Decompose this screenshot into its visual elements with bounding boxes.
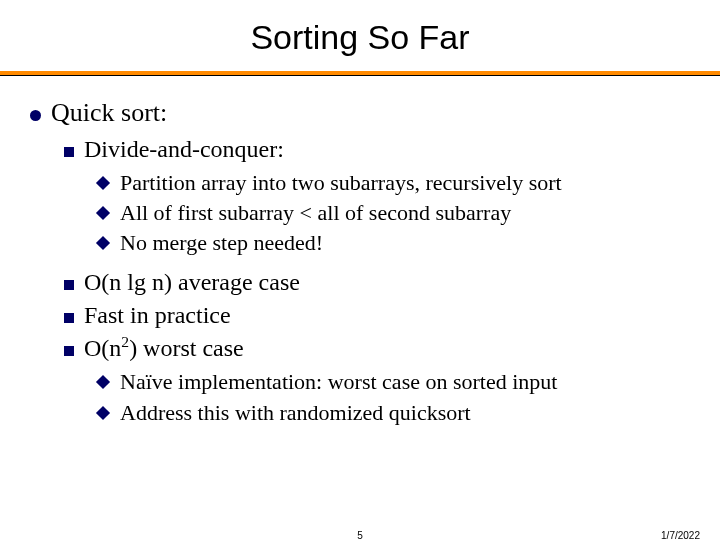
diamond-bullet-icon xyxy=(96,176,110,190)
text-part: ) worst case xyxy=(129,335,244,361)
superscript: 2 xyxy=(121,333,129,350)
text-part: O(n xyxy=(84,335,121,361)
square-bullet-icon xyxy=(64,313,74,323)
bullet-level1: Quick sort: xyxy=(30,98,690,128)
bullet-level3: Address this with randomized quicksort xyxy=(98,399,690,427)
bullet-text: O(n lg n) average case xyxy=(84,269,690,296)
bullet-level2: O(n2) worst case xyxy=(64,335,690,362)
square-bullet-icon xyxy=(64,280,74,290)
bullet-text: O(n2) worst case xyxy=(84,335,690,362)
bullet-text: Partition array into two subarrays, recu… xyxy=(120,169,690,197)
square-bullet-icon xyxy=(64,346,74,356)
bullet-level2: Divide-and-conquer: xyxy=(64,136,690,163)
bullet-text: All of first subarray < all of second su… xyxy=(120,199,690,227)
bullet-text: Address this with randomized quicksort xyxy=(120,399,690,427)
spacer xyxy=(30,259,690,265)
bullet-level2: Fast in practice xyxy=(64,302,690,329)
diamond-bullet-icon xyxy=(96,406,110,420)
diamond-bullet-icon xyxy=(96,375,110,389)
circle-bullet-icon xyxy=(30,110,41,121)
diamond-bullet-icon xyxy=(96,236,110,250)
slide: Sorting So Far Quick sort: Divide-and-co… xyxy=(0,0,720,540)
square-bullet-icon xyxy=(64,147,74,157)
page-number: 5 xyxy=(357,530,363,540)
bullet-level3: Partition array into two subarrays, recu… xyxy=(98,169,690,197)
bullet-text: Naïve implementation: worst case on sort… xyxy=(120,368,690,396)
bullet-level3: All of first subarray < all of second su… xyxy=(98,199,690,227)
bullet-text: Fast in practice xyxy=(84,302,690,329)
bullet-level2: O(n lg n) average case xyxy=(64,269,690,296)
bullet-text: Divide-and-conquer: xyxy=(84,136,690,163)
footer-date: 1/7/2022 xyxy=(661,530,700,540)
bullet-text: No merge step needed! xyxy=(120,229,690,257)
bullet-text: Quick sort: xyxy=(51,98,690,128)
bullet-level3: No merge step needed! xyxy=(98,229,690,257)
slide-body: Quick sort: Divide-and-conquer: Partitio… xyxy=(0,76,720,427)
diamond-bullet-icon xyxy=(96,206,110,220)
slide-title: Sorting So Far xyxy=(0,0,720,71)
bullet-level3: Naïve implementation: worst case on sort… xyxy=(98,368,690,396)
